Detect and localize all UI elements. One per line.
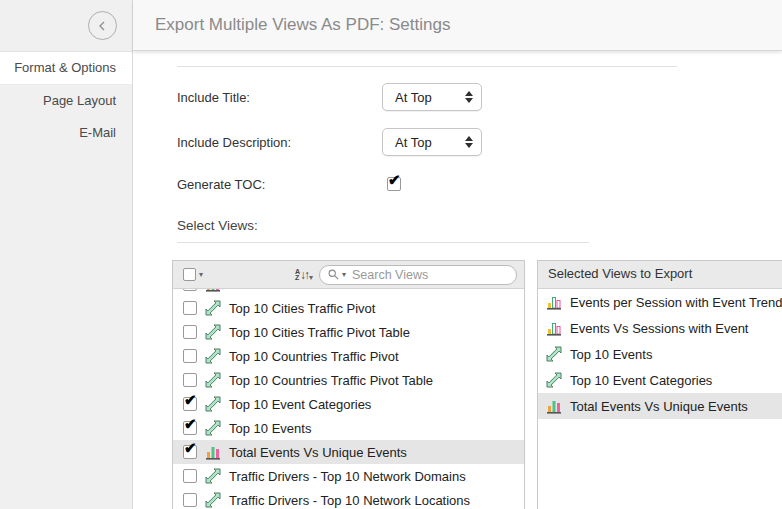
view-list-item[interactable]: Top 10 Event Categories: [173, 392, 524, 416]
bar-outline-icon: [546, 294, 562, 310]
sidebar-top: [0, 0, 132, 51]
view-list-item[interactable]: Top 10 Cities Traffic Pivot: [173, 296, 524, 320]
bar-outline-icon: [546, 320, 562, 336]
settings-content: Include: Include Title: At Top Include D…: [133, 51, 782, 509]
selected-view-item[interactable]: Total Events Vs Unique Events: [538, 393, 782, 419]
view-label: Events per Session with Event Trend: [570, 295, 782, 310]
selected-view-item[interactable]: Top 10 Events: [538, 341, 782, 367]
row-checkbox[interactable]: [183, 493, 197, 507]
include-description-value: At Top: [395, 135, 465, 150]
view-label: Total Events Vs Unique Events: [229, 445, 407, 460]
selected-view-item[interactable]: Events Vs Sessions with Event: [538, 315, 782, 341]
sidebar-item-format-options[interactable]: Format & Options: [0, 51, 132, 85]
row-checkbox[interactable]: [183, 325, 197, 339]
row-checkbox[interactable]: [183, 397, 197, 411]
views-list-panel: ▾ AZ ↓↑ ▾ ▾: [172, 260, 525, 509]
include-description-row: Include Description: At Top: [177, 128, 782, 156]
generate-toc-row: Generate TOC:: [177, 176, 782, 192]
generate-toc-label: Generate TOC:: [177, 177, 387, 192]
view-list-item[interactable]: Traffic Drivers - Top 10 Network Domains: [173, 464, 524, 488]
view-label: Events Vs Sessions with Event: [570, 321, 748, 336]
select-arrows-icon: [465, 91, 473, 103]
selected-view-item[interactable]: Top 10 Event Categories: [538, 367, 782, 393]
clipped-section-label-wrap: Include:: [177, 51, 782, 55]
view-list-item[interactable]: Top 10 Countries Traffic Pivot Table: [173, 368, 524, 392]
main-area: Export Multiple Views As PDF: Settings I…: [133, 0, 782, 509]
row-checkbox[interactable]: [183, 349, 197, 363]
include-title-label: Include Title:: [177, 90, 382, 105]
view-label: Traffic Drivers - Top 10 Network Locatio…: [229, 493, 470, 508]
view-list-item[interactable]: Traffic Drivers - Top 10 Network Locatio…: [173, 488, 524, 509]
select-arrows-icon: [465, 136, 473, 148]
sidebar-item-email[interactable]: E-Mail: [0, 117, 132, 149]
view-label: Top 10 Events: [229, 421, 311, 436]
row-checkbox[interactable]: [183, 469, 197, 483]
search-caret-icon[interactable]: ▾: [342, 271, 346, 279]
select-views-label: Select Views:: [177, 218, 782, 233]
view-label: Top 10 Events: [570, 347, 652, 362]
sidebar: Format & Options Page Layout E-Mail: [0, 0, 133, 509]
dialog-header: Export Multiple Views As PDF: Settings: [133, 0, 782, 51]
search-icon: [328, 269, 339, 280]
selected-view-item[interactable]: Events per Session with Event Trend: [538, 289, 782, 315]
views-list-header: ▾ AZ ↓↑ ▾ ▾: [173, 261, 524, 289]
view-label: Top 10 Countries Traffic Pivot Table: [229, 373, 433, 388]
view-arrow-icon: [205, 372, 221, 388]
include-description-select[interactable]: At Top: [382, 128, 482, 156]
sort-az-icon[interactable]: AZ ↓↑ ▾: [295, 268, 313, 282]
view-arrow-icon: [205, 468, 221, 484]
sidebar-item-page-layout[interactable]: Page Layout: [0, 85, 132, 117]
view-label: Total Events Vs Unique Events: [570, 399, 748, 414]
view-list-item[interactable]: Top 10 Countries Traffic Pivot: [173, 344, 524, 368]
back-button[interactable]: [88, 11, 117, 40]
generate-toc-checkbox[interactable]: [387, 177, 401, 191]
chevron-left-icon: [97, 20, 109, 32]
views-panels: ▾ AZ ↓↑ ▾ ▾: [172, 260, 782, 509]
include-title-value: At Top: [395, 90, 465, 105]
view-list-item[interactable]: Total Events Vs Unique Events: [173, 440, 524, 464]
view-list-item[interactable]: Top 10 Events: [173, 416, 524, 440]
row-checkbox[interactable]: [183, 445, 197, 459]
view-label: Top 10 Countries Traffic Pivot: [229, 349, 399, 364]
view-arrow-icon: [546, 372, 562, 388]
divider: [177, 66, 677, 67]
views-list-body: Top 10 Cities Traffic PivotTop 10 Cities…: [173, 289, 524, 509]
view-label: Top 10 Event Categories: [570, 373, 712, 388]
select-all-checkbox[interactable]: [183, 268, 196, 281]
page-title: Export Multiple Views As PDF: Settings: [155, 15, 450, 35]
row-checkbox[interactable]: [183, 301, 197, 315]
row-checkbox[interactable]: [183, 421, 197, 435]
view-arrow-icon: [546, 346, 562, 362]
view-arrow-icon: [205, 300, 221, 316]
view-label: Top 10 Event Categories: [229, 397, 371, 412]
sort-caret-icon: ▾: [309, 274, 313, 282]
view-label: Top 10 Cities Traffic Pivot: [229, 301, 375, 316]
bar-filled-icon: [205, 444, 221, 460]
view-label: Top 10 Cities Traffic Pivot Table: [229, 325, 410, 340]
selected-views-body: Events per Session with Event TrendEvent…: [538, 289, 782, 419]
sidebar-nav: Format & Options Page Layout E-Mail: [0, 51, 132, 149]
view-arrow-icon: [205, 420, 221, 436]
view-list-item[interactable]: [173, 289, 524, 296]
include-title-select[interactable]: At Top: [382, 83, 482, 111]
view-arrow-icon: [205, 396, 221, 412]
bar-filled-icon: [205, 289, 221, 292]
divider: [177, 242, 589, 243]
view-arrow-icon: [205, 324, 221, 340]
row-checkbox[interactable]: [183, 373, 197, 387]
selected-views-title: Selected Views to Export: [538, 261, 782, 289]
view-list-item[interactable]: Top 10 Cities Traffic Pivot Table: [173, 320, 524, 344]
include-description-label: Include Description:: [177, 135, 382, 150]
row-checkbox[interactable]: [183, 289, 197, 291]
export-pdf-settings-dialog: Format & Options Page Layout E-Mail Expo…: [0, 0, 782, 509]
section-label-include: Include:: [177, 51, 782, 54]
include-title-row: Include Title: At Top: [177, 83, 782, 111]
view-label: Traffic Drivers - Top 10 Network Domains: [229, 469, 466, 484]
search-box[interactable]: ▾: [319, 265, 517, 285]
select-all-caret-icon[interactable]: ▾: [199, 271, 203, 279]
bar-filled-icon: [546, 398, 562, 414]
search-input[interactable]: [350, 267, 508, 283]
view-arrow-icon: [205, 348, 221, 364]
view-arrow-icon: [205, 492, 221, 508]
selected-views-panel: Selected Views to Export Events per Sess…: [537, 260, 782, 509]
